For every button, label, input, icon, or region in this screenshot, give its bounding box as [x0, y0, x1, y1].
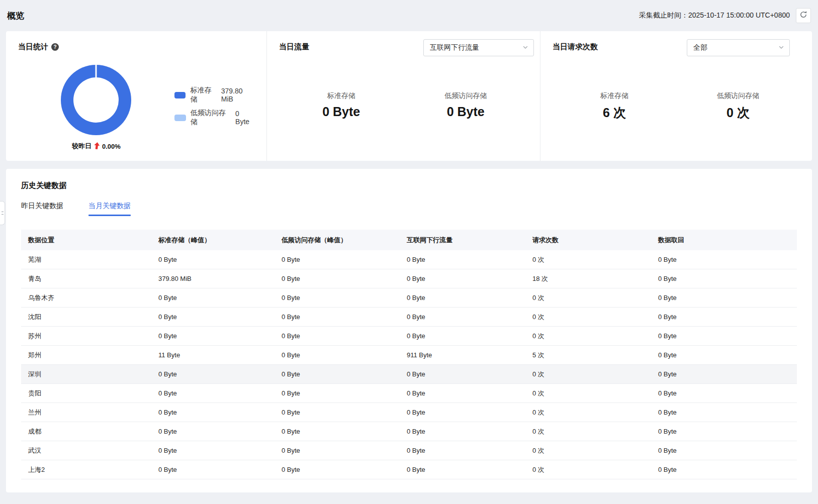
side-panel-handle[interactable] [0, 201, 5, 225]
table-cell: 0 Byte [151, 256, 275, 263]
cell-data-location: 芜湖 [21, 255, 151, 264]
legend-swatch-lightblue [174, 115, 186, 121]
cell-data-location: 深圳 [21, 370, 151, 379]
compare-label: 较昨日 [72, 142, 92, 151]
table-cell: 0 次 [525, 255, 651, 264]
table-cell: 0 次 [525, 427, 651, 436]
table-cell: 0 Byte [651, 256, 797, 263]
table-row: 兰州0 Byte0 Byte0 Byte0 次0 Byte [21, 403, 797, 422]
table-header-cell: 互联网下行流量 [400, 236, 525, 245]
stat-value: 0 次 [676, 105, 800, 121]
table-cell: 0 Byte [275, 256, 400, 263]
table-cell: 0 Byte [651, 409, 797, 416]
table-cell: 0 次 [525, 313, 651, 322]
cell-data-location: 郑州 [21, 351, 151, 360]
chevron-down-icon [778, 44, 784, 52]
table-cell: 0 Byte [275, 428, 400, 435]
compare-yesterday: 较昨日 0.00% [72, 142, 121, 151]
table-cell: 0 Byte [400, 447, 525, 454]
help-icon[interactable]: ? [51, 43, 59, 51]
table-cell: 0 Byte [400, 389, 525, 397]
request-type-select[interactable]: 全部 [687, 39, 790, 56]
cell-data-location: 青岛 [21, 274, 151, 283]
today-requests-card: 当日请求次数 全部 标准存储 6 次 低频访问存储 0 次 [540, 31, 812, 161]
stat-value: 0 Byte [279, 105, 404, 119]
today-traffic-card: 当日流量 互联网下行流量 标准存储 0 Byte 低频访问存储 0 Byte [266, 31, 540, 161]
legend-item-ia: 低频访问存储 0 Byte [174, 109, 254, 127]
table-header-cell: 低频访问存储（峰值） [275, 236, 400, 245]
table-cell: 0 Byte [651, 447, 797, 454]
cell-data-location: 武汉 [21, 446, 151, 455]
cell-data-location: 沈阳 [21, 313, 151, 322]
cell-data-location: 成都 [21, 427, 151, 436]
refresh-button[interactable] [796, 8, 811, 23]
table-cell: 0 Byte [651, 275, 797, 282]
traffic-stat-ia: 低频访问存储 0 Byte [404, 91, 528, 119]
tab-current-month-data[interactable]: 当月关键数据 [88, 201, 131, 216]
table-header: 数据位置标准存储（峰值）低频访问存储（峰值）互联网下行流量请求次数数据取回 [21, 230, 797, 250]
today-stats-card: 当日统计 ? 较昨日 0.00% 标准存储 [6, 31, 266, 161]
cell-data-location: 苏州 [21, 332, 151, 341]
legend-item-standard: 标准存储 379.80 MiB [174, 86, 254, 104]
cell-data-location: 贵阳 [21, 389, 151, 398]
table-cell: 0 Byte [275, 389, 400, 397]
table-row: 武汉0 Byte0 Byte0 Byte0 次0 Byte [21, 441, 797, 460]
today-stats-title: 当日统计 [18, 42, 48, 52]
table-cell: 0 次 [525, 332, 651, 341]
table-cell: 0 Byte [651, 332, 797, 340]
table-header-cell: 请求次数 [525, 236, 651, 245]
table-cell: 0 Byte [151, 370, 275, 378]
collect-time: 采集截止时间：2025-10-17 15:00:00 UTC+0800 [639, 11, 790, 20]
traffic-type-select[interactable]: 互联网下行流量 [423, 39, 534, 56]
history-panel: 历史关键数据 昨日关键数据 当月关键数据 数据位置标准存储（峰值）低频访问存储（… [6, 169, 812, 492]
table-cell: 0 Byte [275, 351, 400, 359]
table-cell: 0 Byte [651, 294, 797, 301]
requests-stat-standard: 标准存储 6 次 [553, 91, 676, 121]
table-cell: 18 次 [525, 274, 651, 283]
table-row: 青岛379.80 MiB0 Byte0 Byte18 次0 Byte [21, 269, 797, 288]
tab-yesterday-data[interactable]: 昨日关键数据 [21, 201, 63, 216]
compare-value: 0.00% [102, 143, 121, 150]
table-cell: 0 Byte [275, 313, 400, 321]
table-cell: 11 Byte [151, 351, 275, 359]
legend-swatch-blue [174, 92, 186, 98]
table-header-cell: 标准存储（峰值） [151, 236, 275, 245]
table-row: 成都0 Byte0 Byte0 Byte0 次0 Byte [21, 422, 797, 441]
table-cell: 0 Byte [400, 428, 525, 435]
topbar-right: 采集截止时间：2025-10-17 15:00:00 UTC+0800 [639, 8, 811, 23]
table-cell: 0 Byte [400, 370, 525, 378]
table-cell: 0 Byte [275, 409, 400, 416]
history-title: 历史关键数据 [21, 181, 812, 190]
today-overview-panel: 当日统计 ? 较昨日 0.00% 标准存储 [6, 31, 812, 161]
storage-donut-chart [61, 65, 131, 135]
table-row: 郑州11 Byte0 Byte911 Byte5 次0 Byte [21, 346, 797, 365]
table-cell: 0 Byte [275, 370, 400, 378]
stat-label: 低频访问存储 [676, 91, 800, 100]
table-cell: 0 Byte [651, 389, 797, 397]
cell-data-location: 乌鲁木齐 [21, 293, 151, 303]
request-select-value: 全部 [693, 43, 707, 52]
cell-data-location: 上海2 [21, 465, 151, 474]
table-row: 芜湖0 Byte0 Byte0 Byte0 次0 Byte [21, 250, 797, 269]
arrow-up-icon [93, 142, 101, 151]
table-cell: 0 Byte [400, 313, 525, 321]
table-cell: 0 次 [525, 408, 651, 417]
table-cell: 0 Byte [400, 275, 525, 282]
requests-stat-ia: 低频访问存储 0 次 [676, 91, 800, 121]
table-row: 上海20 Byte0 Byte0 Byte0 次0 Byte [21, 460, 797, 479]
today-requests-title: 当日请求次数 [553, 42, 598, 52]
table-row: 贵阳0 Byte0 Byte0 Byte0 次0 Byte [21, 384, 797, 403]
stat-value: 0 Byte [404, 105, 528, 119]
traffic-select-value: 互联网下行流量 [430, 43, 479, 52]
table-cell: 5 次 [525, 351, 651, 360]
legend-value: 0 Byte [235, 110, 254, 126]
donut-zero-slice [96, 65, 97, 78]
table-cell: 0 次 [525, 446, 651, 455]
donut-legend: 标准存储 379.80 MiB 低频访问存储 0 Byte [174, 86, 254, 151]
table-row: 深圳0 Byte0 Byte0 Byte0 次0 Byte [21, 365, 797, 384]
table-cell: 0 Byte [275, 466, 400, 473]
today-traffic-title: 当日流量 [279, 42, 309, 52]
table-cell: 0 Byte [400, 466, 525, 473]
table-cell: 0 Byte [400, 294, 525, 301]
table-cell: 0 Byte [400, 256, 525, 263]
